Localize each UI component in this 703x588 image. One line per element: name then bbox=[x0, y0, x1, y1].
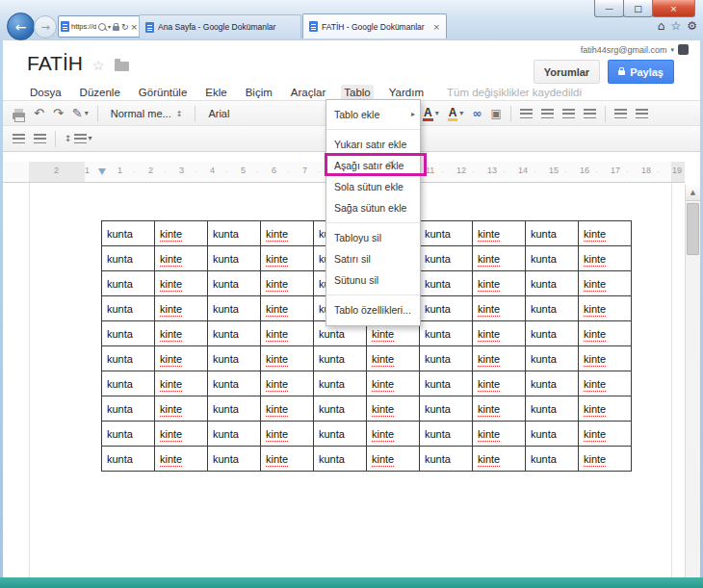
table-cell[interactable]: kinte bbox=[473, 246, 526, 271]
table-cell[interactable]: kinte bbox=[473, 296, 526, 321]
table-cell[interactable]: kunta bbox=[526, 321, 579, 346]
table-cell[interactable]: kinte bbox=[261, 396, 314, 422]
align-left-button[interactable] bbox=[614, 109, 627, 119]
minimize-button[interactable]: — bbox=[594, 0, 624, 17]
table-cell[interactable]: kinte bbox=[155, 296, 208, 321]
table-cell[interactable]: kunta bbox=[102, 346, 155, 371]
table-cell[interactable]: kinte bbox=[261, 346, 314, 371]
table-cell[interactable]: kunta bbox=[526, 246, 579, 271]
maximize-button[interactable]: □ bbox=[623, 0, 653, 17]
tab-fatih-active[interactable]: FATİH - Google Dokümanlar × bbox=[302, 13, 447, 38]
table-cell[interactable]: kinte bbox=[579, 346, 632, 371]
table-cell[interactable]: kinte bbox=[579, 447, 632, 472]
table-cell[interactable]: kunta bbox=[208, 371, 261, 396]
numbered-list-button[interactable] bbox=[520, 109, 533, 119]
indent-marker[interactable] bbox=[98, 168, 106, 175]
table-cell[interactable]: kinte bbox=[261, 321, 314, 346]
table-cell[interactable]: kunta bbox=[102, 396, 155, 422]
table-cell[interactable]: kunta bbox=[420, 371, 473, 396]
menu-g-r-nt-le[interactable]: Görüntüle bbox=[136, 85, 191, 100]
decrease-indent-button[interactable] bbox=[562, 109, 575, 119]
table-cell[interactable]: kinte bbox=[579, 321, 632, 346]
table-cell[interactable]: kinte bbox=[155, 396, 208, 422]
table-cell[interactable]: kunta bbox=[208, 447, 261, 472]
table-cell[interactable]: kinte bbox=[473, 271, 526, 296]
table-cell[interactable]: kunta bbox=[102, 321, 155, 346]
table-cell[interactable]: kinte bbox=[579, 221, 632, 246]
undo-button[interactable]: ↶ bbox=[34, 107, 44, 120]
table-cell[interactable]: kunta bbox=[208, 246, 261, 271]
table-cell[interactable]: kunta bbox=[102, 447, 155, 472]
url-text[interactable]: https://docs.goo... bbox=[71, 22, 96, 31]
table-cell[interactable]: kinte bbox=[367, 396, 420, 422]
table-cell[interactable]: kinte bbox=[261, 271, 314, 296]
table-cell[interactable]: kunta bbox=[314, 346, 367, 371]
table-cell[interactable]: kinte bbox=[579, 396, 632, 422]
table-cell[interactable]: kunta bbox=[208, 296, 261, 321]
table-cell[interactable]: kunta bbox=[526, 221, 579, 246]
table-cell[interactable]: kunta bbox=[102, 371, 155, 396]
table-cell[interactable]: kunta bbox=[526, 296, 579, 321]
table-cell[interactable]: kinte bbox=[155, 321, 208, 346]
menu-tablo[interactable]: Tablo bbox=[341, 85, 374, 100]
table-cell[interactable]: kinte bbox=[473, 371, 526, 396]
document-title[interactable]: FATİH bbox=[27, 53, 83, 74]
menu-item-sola-s-tun-ekle[interactable]: Sola sütun ekle bbox=[326, 176, 420, 197]
table-cell[interactable]: kinte bbox=[473, 396, 526, 422]
table-cell[interactable]: kinte bbox=[261, 296, 314, 321]
table-cell[interactable]: kinte bbox=[579, 271, 632, 296]
table-cell[interactable]: kinte bbox=[155, 221, 208, 246]
table-cell[interactable]: kinte bbox=[261, 371, 314, 396]
table-cell[interactable]: kunta bbox=[102, 422, 155, 447]
table-cell[interactable]: kunta bbox=[314, 447, 367, 472]
vertical-scrollbar[interactable]: ▲ bbox=[685, 185, 700, 577]
table-cell[interactable]: kunta bbox=[208, 346, 261, 371]
table-cell[interactable]: kinte bbox=[579, 371, 632, 396]
increase-indent-button[interactable] bbox=[584, 109, 596, 119]
scroll-up-button[interactable]: ▲ bbox=[686, 185, 700, 201]
table-cell[interactable]: kinte bbox=[155, 346, 208, 371]
table-cell[interactable]: kunta bbox=[102, 246, 155, 271]
table-cell[interactable]: kunta bbox=[526, 371, 579, 396]
table-cell[interactable]: kunta bbox=[420, 422, 473, 447]
share-button[interactable]: Paylaş bbox=[608, 60, 674, 84]
table-cell[interactable]: kunta bbox=[526, 422, 579, 447]
back-button[interactable]: ← bbox=[7, 13, 35, 40]
table-cell[interactable]: kunta bbox=[208, 422, 261, 447]
insert-image-icon[interactable]: ▣ bbox=[490, 107, 501, 120]
tab-close-icon[interactable]: × bbox=[432, 22, 440, 32]
table-cell[interactable]: kinte bbox=[155, 271, 208, 296]
table-cell[interactable]: kinte bbox=[261, 422, 314, 447]
table-cell[interactable]: kunta bbox=[420, 321, 473, 346]
menu-yard-m[interactable]: Yardım bbox=[386, 85, 427, 100]
table-cell[interactable]: kunta bbox=[208, 221, 261, 246]
table-cell[interactable]: kunta bbox=[208, 321, 261, 346]
table-cell[interactable]: kunta bbox=[314, 371, 367, 396]
table-cell[interactable]: kunta bbox=[314, 422, 367, 447]
table-cell[interactable]: kunta bbox=[314, 396, 367, 422]
menu-ara-lar[interactable]: Araçlar bbox=[288, 85, 328, 100]
comments-button[interactable]: Yorumlar bbox=[534, 60, 600, 84]
star-document-icon[interactable]: ☆ bbox=[92, 57, 105, 74]
table-cell[interactable]: kinte bbox=[261, 447, 314, 472]
table-cell[interactable]: kunta bbox=[526, 346, 579, 371]
table-cell[interactable]: kinte bbox=[367, 422, 420, 447]
menu-ekle[interactable]: Ekle bbox=[202, 85, 229, 100]
align-justify-button[interactable] bbox=[13, 134, 25, 144]
table-cell[interactable]: kinte bbox=[473, 221, 526, 246]
menu-item-tablo-ekle[interactable]: Tablo ekle▸ bbox=[326, 104, 420, 125]
menu-item-tabloyu-sil[interactable]: Tabloyu sil bbox=[326, 227, 420, 248]
menu-dosya[interactable]: Dosya bbox=[27, 85, 65, 100]
table-cell[interactable]: kunta bbox=[208, 271, 261, 296]
table-cell[interactable]: kunta bbox=[420, 221, 473, 246]
table-cell[interactable]: kunta bbox=[208, 396, 261, 422]
move-to-folder-icon[interactable] bbox=[115, 62, 129, 71]
align-right-button[interactable] bbox=[34, 134, 46, 144]
font-dropdown[interactable]: Arial bbox=[204, 106, 233, 121]
account-email[interactable]: fatih44srg@gmail.com bbox=[581, 45, 667, 55]
table-cell[interactable]: kinte bbox=[473, 422, 526, 447]
table-cell[interactable]: kinte bbox=[579, 296, 632, 321]
table-cell[interactable]: kunta bbox=[102, 296, 155, 321]
table-cell[interactable]: kinte bbox=[367, 447, 420, 472]
table-cell[interactable]: kunta bbox=[526, 447, 579, 472]
